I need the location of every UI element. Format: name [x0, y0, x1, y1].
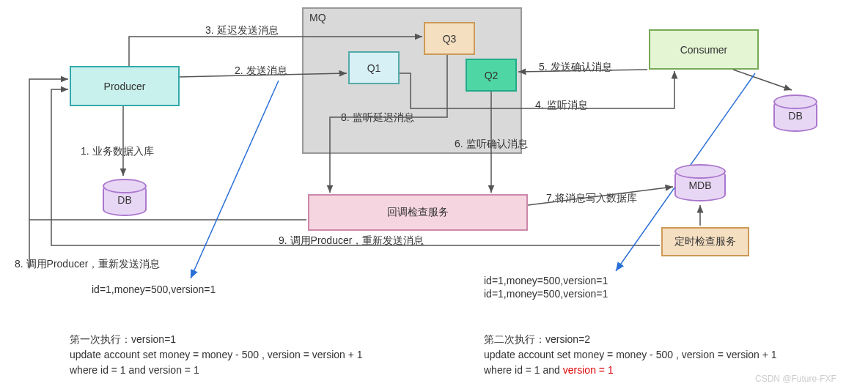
exec2-sql2-red: version = 1 — [563, 364, 614, 376]
exec2-title: 第二次执行：version=2 — [484, 333, 590, 347]
exec1-title: 第一次执行：version=1 — [70, 333, 176, 347]
edge-8b: 8. 调用Producer，重新发送消息 — [15, 258, 160, 271]
svg-line-7 — [191, 81, 279, 278]
exec1-sql1: update account set money = money - 500 ,… — [70, 349, 363, 360]
edge-7: 7.将消息写入数据库 — [546, 192, 637, 205]
timer-label: 定时检查服务 — [674, 235, 736, 248]
edge-2: 2. 发送消息 — [235, 64, 287, 78]
db-right-label: DB — [788, 110, 802, 122]
q2-label: Q2 — [485, 70, 499, 81]
edge-9: 9. 调用Producer，重新发送消息 — [279, 234, 424, 248]
anno-left-id: id=1,money=500,version=1 — [92, 284, 216, 295]
q3-node: Q3 — [424, 22, 475, 55]
consumer-label: Consumer — [680, 44, 728, 56]
timer-service: 定时检查服务 — [661, 227, 749, 256]
q1-node: Q1 — [348, 51, 400, 84]
exec1-sql2: where id = 1 and version = 1 — [70, 364, 199, 376]
q3-label: Q3 — [443, 33, 457, 45]
producer-node: Producer — [70, 66, 180, 106]
consumer-node: Consumer — [649, 29, 759, 70]
q1-label: Q1 — [367, 62, 381, 74]
mdb-node: MDB — [674, 168, 726, 201]
edge-5: 5. 发送确认消息 — [539, 61, 612, 74]
anno-right-id1: id=1,money=500,version=1 — [484, 275, 608, 286]
callback-label: 回调检查服务 — [387, 206, 449, 219]
exec2-sql2-pre: where id = 1 and — [484, 364, 563, 376]
edge-1: 1. 业务数据入库 — [81, 145, 154, 158]
mq-label: MQ — [309, 12, 326, 23]
exec2-sql2: where id = 1 and version = 1 — [484, 364, 614, 376]
db-left-label: DB — [117, 194, 131, 206]
edge-4: 4. 监听消息 — [535, 99, 588, 112]
producer-label: Producer — [104, 81, 146, 92]
exec2-sql1: update account set money = money - 500 ,… — [484, 349, 777, 360]
anno-right-id2: id=1,money=500,version=1 — [484, 288, 608, 300]
edge-3: 3. 延迟发送消息 — [205, 24, 279, 37]
db-right: DB — [773, 99, 817, 132]
edge-6: 6. 监听确认消息 — [455, 138, 528, 151]
svg-line-6 — [733, 70, 792, 90]
q2-node: Q2 — [466, 59, 517, 92]
edge-8: 8. 监听延迟消息 — [341, 111, 414, 125]
mdb-label: MDB — [688, 179, 711, 191]
watermark: CSDN @Future-FXF — [755, 374, 836, 384]
db-left: DB — [103, 183, 147, 216]
callback-service: 回调检查服务 — [308, 194, 528, 231]
